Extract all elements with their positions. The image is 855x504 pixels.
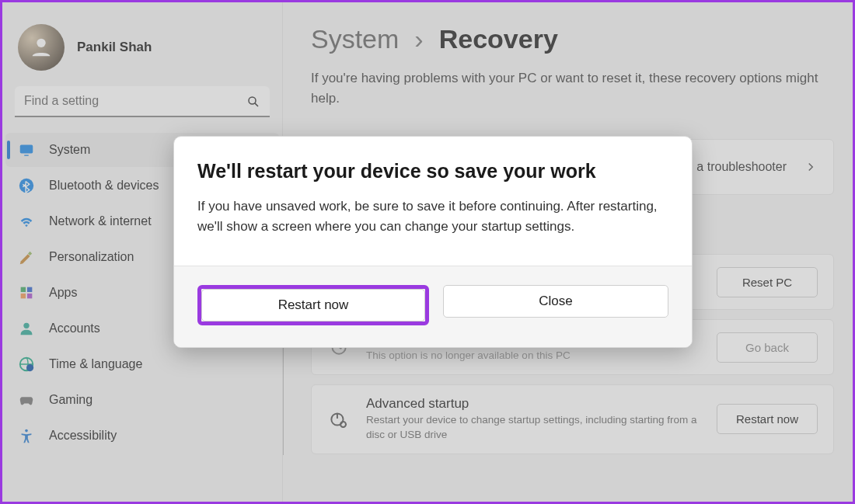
- highlight-annotation: Restart now: [197, 285, 429, 325]
- restart-dialog: We'll restart your device so save your w…: [173, 136, 693, 348]
- dialog-title: We'll restart your device so save your w…: [197, 160, 668, 182]
- dialog-restart-now-button[interactable]: Restart now: [201, 289, 425, 322]
- dialog-text: If you have unsaved work, be sure to sav…: [197, 196, 668, 238]
- dialog-close-button[interactable]: Close: [443, 285, 668, 318]
- dialog-actions: Restart now Close: [174, 266, 692, 347]
